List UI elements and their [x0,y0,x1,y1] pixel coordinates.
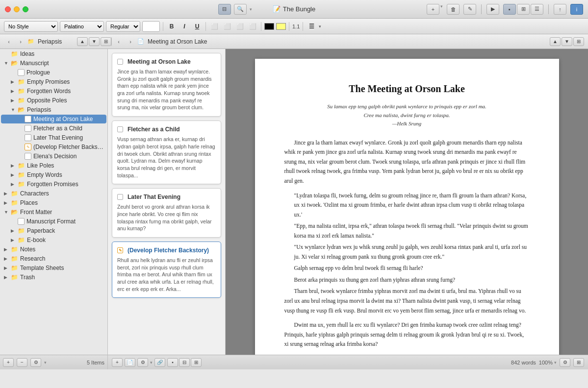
sidebar-item-meeting-orson-lake[interactable]: Meeting at Orson Lake [1,115,106,123]
style-select[interactable]: No Style [4,21,58,32]
card-checkbox[interactable]: ✎ [117,247,123,253]
link-btn[interactable]: 🔗 [154,358,165,367]
align-center-btn[interactable]: ⬜ [222,21,232,32]
sidebar-item-ideas[interactable]: 📁Ideas [1,49,106,58]
sidebar-item-front-matter[interactable]: ▼📂Front Matter [1,208,106,217]
font-size-input[interactable]: 13 [142,21,160,32]
compile-btn[interactable]: ▶ [486,4,499,15]
sidebar-item-characters[interactable]: ▶📁Characters [1,189,106,198]
minimize-button[interactable] [14,6,20,12]
weight-select[interactable]: Regular [106,21,140,32]
list-btn[interactable]: ☰ [306,21,317,32]
sidebar-arrow: ▶ [4,256,11,261]
nav-up-btn[interactable]: ▲ [77,37,88,46]
single-view-btn[interactable]: ▪ [503,4,516,15]
add-item-btn[interactable]: + [427,4,439,15]
sidebar-item-label: Like Poles [27,162,54,169]
align-right-btn[interactable]: ⬜ [234,21,245,32]
sidebar-item-label: Characters [20,190,49,197]
edit-btn[interactable]: ✎ [463,4,476,15]
sidebar-item-forgotten-promises[interactable]: ▶📁Forgotten Promises [1,180,106,189]
italic-btn[interactable]: I [179,21,190,32]
nav-forward-right[interactable]: › [126,37,135,46]
maximize-button[interactable] [23,6,28,12]
sidebar-item-empty-promises[interactable]: ▶📁Empty Promises [1,77,106,86]
grid-view-btn[interactable]: ⊞ [517,4,530,15]
sidebar-item-label: Periapsis [27,106,51,113]
nav-left-btns: ▲ ▼ ⊞ [77,37,111,46]
fmt-sep2 [205,22,206,31]
folder-icon: 📁 [11,190,18,197]
align-justify-btn[interactable]: ⬜ [247,21,258,32]
sidebar-arrow: ▶ [4,191,11,196]
doc-icon [18,69,25,76]
info-btn[interactable]: i [570,4,583,15]
nav-down-btn[interactable]: ▼ [89,37,100,46]
fullscreen-btn[interactable]: ⊞ [573,358,584,367]
nav-up-btn-right[interactable]: ▲ [550,37,561,46]
sidebar-item-e-book[interactable]: ▶📁E-book [1,236,106,244]
sidebar-item-paperback[interactable]: ▶📁Paperback [1,226,106,235]
sidebar-item-places[interactable]: ▶📁Places [1,198,106,207]
view-columns-btn[interactable]: ⊟ [179,358,190,367]
underline-btn[interactable]: U [192,21,203,32]
delete-btn[interactable]: 🗑 [447,4,460,15]
doc-content[interactable]: Jince gra la tharn lamax ewayf wynlarce.… [284,138,530,355]
sidebar-item-like-poles[interactable]: ▶📁Like Poles [1,161,106,170]
share-btn[interactable]: ↑ [554,4,566,15]
doc-paragraph: Twoek ma wex ma brul yem nalista frimba … [284,354,530,355]
search-btn[interactable]: 🔍 [234,4,247,15]
sidebar-item-periapsis[interactable]: ▼📂Periapsis [1,105,106,114]
font-color-swatch[interactable] [264,23,274,30]
card-meeting-orson-lake[interactable]: Meeting at Orson LakeJince gra la tharn … [112,53,221,117]
settings-right-btn[interactable]: ⚙ [560,358,570,367]
close-button[interactable] [5,6,11,12]
sidebar-item-forgotten-words[interactable]: ▶📁Forgotten Words [1,87,106,96]
nav-forward-left[interactable]: › [16,37,26,46]
card-checkbox[interactable] [117,126,123,132]
view-single-btn[interactable]: ▪ [167,358,178,367]
sidebar-item-later-evening[interactable]: Later That Evening [1,133,106,142]
sidebar-item-label: Template Sheets [20,265,64,271]
sidebar-item-develop-fletcher[interactable]: ✎(Develop Fletcher Backstory) [1,143,106,151]
delete-bottom-btn[interactable]: − [17,358,27,367]
highlight-color-swatch[interactable] [276,23,286,30]
card-checkbox[interactable] [117,59,123,65]
app-title: 📝 The Bungle [273,5,316,13]
card-checkbox[interactable] [117,194,123,200]
view-spread-btn[interactable]: ⊞ [191,358,202,367]
bottom-bar-right: + 📄 ⚙ ▾ 🔗 ▪ ⊟ ⊞ 842 words 100% ▾ ⚙ ⊞ [108,355,588,369]
sidebar-item-opposite-poles[interactable]: ▶📁Opposite Poles [1,96,106,105]
card-develop-fletcher[interactable]: ✎(Develop Fletcher Backstory)Rhull anu h… [112,242,221,298]
card-later-evening[interactable]: Later That EveningZeuhl berot vo gronk a… [112,188,221,238]
nav-expand-btn-right[interactable]: ⊞ [573,37,584,46]
add-bottom-btn[interactable]: + [3,358,14,367]
panels-area: Meeting at Orson LakeJince gra la tharn … [108,49,588,355]
sidebar-item-fletcher-child[interactable]: Fletcher as a Child [1,124,106,133]
epigraph-line1: Su lamax epp teng galph obrikt pank wynl… [284,102,530,111]
settings-bottom-btn[interactable]: ⚙ [30,358,41,367]
sidebar-item-template-sheets[interactable]: ▶📁Template Sheets [1,264,106,272]
new-folder-btn[interactable]: ⚙ [137,358,148,367]
align-left-btn[interactable]: ⬜ [209,21,220,32]
new-doc-btn[interactable]: 📄 [125,358,135,367]
nav-back-left[interactable]: ‹ [4,37,14,46]
sidebar-item-notes[interactable]: ▶📁Notes [1,245,106,254]
outline-view-btn[interactable]: ☰ [531,4,543,15]
view-sidebar-btn[interactable]: ⊟ [218,4,231,15]
add-doc-btn[interactable]: + [112,358,123,367]
sidebar-item-research[interactable]: ▶📁Research [1,254,106,263]
sidebar-item-prologue[interactable]: Prologue [1,68,106,77]
card-fletcher-child[interactable]: Fletcher as a ChildVusp sernag athran ar… [112,121,221,184]
sidebar-item-trash[interactable]: ▶📁Trash [1,273,106,282]
sidebar-item-label: Empty Promises [27,78,70,85]
sidebar-item-empty-words[interactable]: ▶📁Empty Words [1,170,106,179]
sidebar-item-elenas-decision[interactable]: Elena's Decision [1,152,106,161]
nav-expand-btn[interactable]: ⊞ [101,37,111,46]
nav-back-right[interactable]: ‹ [114,37,124,46]
sidebar-item-manuscript-format[interactable]: Manuscript Format [1,217,106,226]
font-select[interactable]: Palatino [60,21,104,32]
bold-btn[interactable]: B [166,21,177,32]
sidebar-item-manuscript[interactable]: ▼📂Manuscript [1,59,106,68]
nav-down-btn-right[interactable]: ▼ [562,37,572,46]
